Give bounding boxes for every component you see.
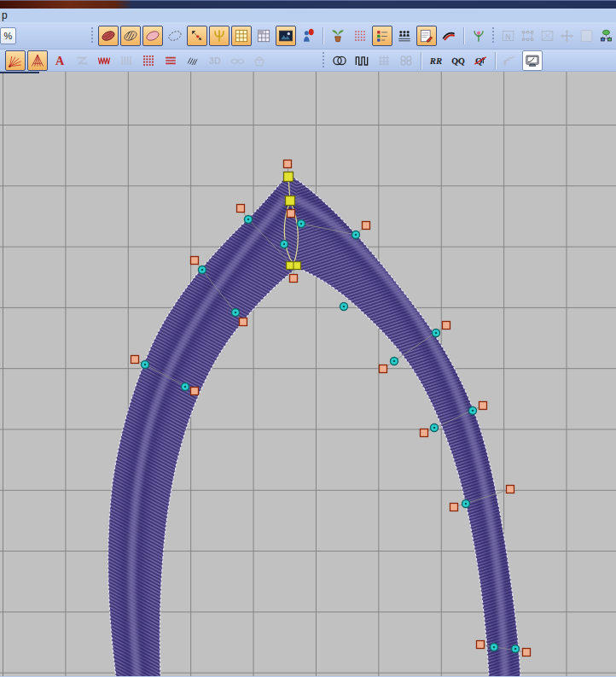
swoosh-tool-button[interactable] (439, 26, 459, 46)
angle-handle-node[interactable] (443, 322, 450, 330)
curve-node-center (433, 427, 436, 429)
screen-preview-tool-icon (524, 52, 541, 69)
stitch-sequence-tool-button[interactable] (394, 26, 415, 46)
toolbar-drag-handle[interactable] (321, 52, 327, 69)
angle-handle-node[interactable] (191, 388, 199, 395)
toolbar-separator (495, 52, 496, 69)
curve-node-center (435, 332, 438, 335)
toolbar-stitch: A3DRRQQQ (0, 50, 616, 72)
bitmap-view-button[interactable] (276, 26, 296, 46)
curve-node-center (144, 364, 147, 366)
grid-tool-button[interactable] (231, 26, 252, 46)
satin-stitch-icon (162, 52, 179, 69)
figure-balloon-tool-button[interactable] (298, 26, 318, 46)
eyeglasses-tool-button (227, 50, 247, 71)
curve-node-center (247, 219, 250, 221)
curve-node-center (493, 646, 496, 649)
grid-options-icon (255, 27, 272, 44)
angle-handle-node[interactable] (240, 318, 247, 326)
curve-node-center (184, 386, 187, 388)
pattern-fill-button[interactable] (138, 50, 159, 71)
angle-handle-node[interactable] (288, 210, 295, 218)
toolbar-separator (463, 27, 464, 44)
frame-pattern-tool-icon (539, 27, 555, 44)
curve-node-center (472, 410, 474, 412)
toolbar-drag-handle[interactable] (491, 27, 497, 44)
angle-handle-node[interactable] (450, 504, 458, 511)
design-canvas[interactable] (0, 72, 616, 676)
selected-corner-node[interactable] (284, 172, 293, 182)
angle-handle-node[interactable] (131, 356, 139, 364)
object-properties-button[interactable] (416, 26, 437, 46)
run-outline-button[interactable] (165, 26, 185, 46)
group-objects-tool-button[interactable] (597, 26, 615, 45)
group-objects-tool-icon (598, 27, 614, 44)
petal-hatch-fill-button[interactable] (120, 26, 141, 46)
dot-fill-tool-button[interactable] (350, 26, 370, 46)
color-object-list-button[interactable] (372, 26, 392, 46)
mirror-qq-tool-button[interactable]: QQ (448, 50, 468, 71)
toolbar-drag-handle[interactable] (90, 27, 96, 44)
square-wave-tool-button[interactable] (352, 50, 372, 71)
contour-stitch-button[interactable] (27, 50, 48, 71)
toolbar-group-connectors: RRQQQ (320, 50, 543, 71)
three-d-effect-button: 3D (205, 50, 225, 71)
zoom-percent-label: % (4, 31, 13, 41)
plant-tool-button[interactable] (468, 26, 489, 46)
branching-tool-icon (211, 27, 228, 44)
pattern-fill-icon (140, 52, 157, 69)
petal-outline-button[interactable] (142, 26, 163, 46)
angle-handle-node[interactable] (284, 160, 292, 168)
angle-handle-node[interactable] (507, 486, 514, 493)
angle-handle-node[interactable] (363, 222, 370, 230)
branching-tool-button[interactable] (209, 26, 230, 46)
petal-fill-icon (100, 27, 117, 44)
toolbar-main: % N (0, 22, 616, 50)
e-stitch-button[interactable] (94, 50, 114, 71)
run-outline-icon (166, 27, 183, 44)
screen-preview-tool-button[interactable] (522, 50, 543, 71)
petal-fill-button[interactable] (98, 26, 119, 46)
blank-frame-tool-button (578, 26, 596, 45)
satin-band[interactable] (108, 174, 520, 676)
move-tool-icon (559, 27, 575, 44)
object-properties-icon (418, 27, 435, 44)
angle-handle-node[interactable] (523, 649, 531, 657)
satin-stitch-button[interactable] (160, 50, 181, 71)
weave-tool-button (374, 50, 394, 71)
radial-stitch-button[interactable] (5, 50, 26, 71)
chain-links-tool-icon (398, 52, 415, 69)
angle-handle-node[interactable] (380, 365, 387, 373)
angle-handle-node[interactable] (237, 205, 245, 213)
svg-text:Q: Q (475, 55, 482, 66)
basket-tool-button (249, 50, 270, 71)
auto-jump-toggle-button[interactable]: Q (470, 50, 491, 71)
mirror-rr-tool-button[interactable]: RR (426, 50, 446, 71)
flower-pot-tool-button[interactable] (328, 26, 348, 46)
reshape-tool-button[interactable] (187, 26, 207, 46)
angle-handle-node[interactable] (421, 429, 428, 437)
embroidery-design (0, 72, 616, 676)
selected-corner-node[interactable] (286, 196, 295, 206)
lettering-tool-button[interactable]: A (49, 50, 70, 71)
curve-node-center (393, 360, 396, 363)
curve-node-center (201, 269, 204, 271)
angle-handle-node[interactable] (479, 402, 487, 410)
curve-node-center (355, 234, 357, 236)
cross-hatch-stitch-button[interactable] (183, 50, 203, 71)
zoom-percent-field[interactable]: % (0, 27, 16, 44)
chain-links-tool-button (396, 50, 416, 71)
rings-tool-button[interactable] (329, 50, 350, 71)
curve-node-center (514, 648, 517, 651)
basket-tool-icon (251, 52, 268, 69)
menu-item-help-tail[interactable]: p (2, 9, 8, 21)
angle-handle-node[interactable] (477, 641, 485, 649)
angle-handle-node[interactable] (290, 275, 298, 283)
grid-options-button[interactable] (253, 26, 274, 46)
mirror-rr-tool-icon: RR (427, 52, 445, 69)
curve-node-center (235, 312, 237, 314)
toolbar-group-stitch-types: A3D (0, 50, 270, 71)
svg-text:N: N (505, 32, 510, 40)
angle-handle-node[interactable] (191, 257, 199, 265)
grid-tool-icon (233, 27, 250, 44)
